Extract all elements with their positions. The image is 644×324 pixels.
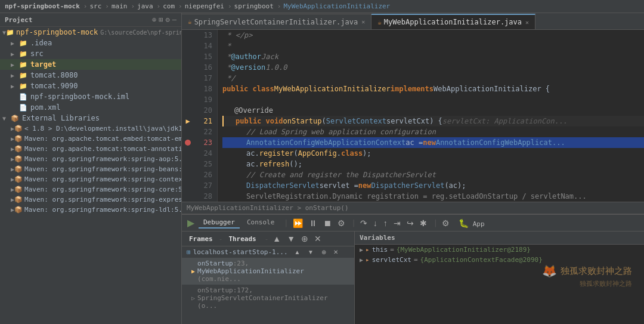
sc-icon: 📦 (14, 175, 23, 183)
idea-label: .idea (30, 39, 52, 47)
frames-tab-threads[interactable]: Threads (225, 234, 259, 244)
debug-tab-debugger[interactable]: Debugger (199, 217, 240, 229)
sidebar-header: Project ⊕ ⊞ ⚙ — (0, 13, 181, 27)
tree-item-tomcat-ann[interactable]: ▶ 📦 Maven: org.apache.tomcat:tomcat-anno… (0, 144, 181, 154)
tree-item-spring-ctx[interactable]: ▶ 📦 Maven: org.springframework:spring-co… (0, 174, 181, 184)
code-line-18: public class MyWebApplicationInitializer… (222, 84, 644, 94)
debug-btn-pause[interactable]: ⏸ (307, 218, 319, 229)
breakpoint-23[interactable] (185, 140, 191, 146)
tomcat9090-label: tomcat.9090 (30, 82, 78, 90)
frames-btn-down[interactable]: ▼ (285, 233, 297, 244)
var-sc-arrow[interactable]: ▶ (360, 257, 363, 263)
debug-btn-resume[interactable]: ⏩ (291, 218, 305, 229)
debug-btn-stop[interactable]: ⏹ (321, 218, 333, 229)
tree-item-idea[interactable]: ▶ 📁 .idea (0, 38, 181, 48)
tree-item-tomcat-embed[interactable]: ▶ 📦 Maven: org.apache.tomcat.embed:tomca… (0, 134, 181, 144)
frame-item-2[interactable]: ▷ onStartup:172, SpringServletContainerI… (182, 285, 354, 311)
editor-breadcrumb: MyWebApplicationInitializer > onStartup(… (187, 204, 349, 212)
ln-26: 26 (194, 169, 212, 180)
frame-text-1: onStartup:23, MyWebApplicationInitialize… (197, 260, 349, 283)
tree-item-spring-beans[interactable]: ▶ 📦 Maven: org.springframework:spring-be… (0, 164, 181, 174)
jdk-icon: 📦 (14, 125, 23, 132)
tab1-icon: ☕ (188, 18, 192, 26)
code-lines[interactable]: * </p> * * @author Jack * @version 1.0.0 (218, 30, 644, 202)
sidebar-icon-1[interactable]: ⊕ (152, 16, 156, 24)
sidebar: Project ⊕ ⊞ ⚙ — ▼ 📁 npf-springboot-mock … (0, 13, 182, 324)
thread-btn-copy2[interactable]: ⊕ (320, 248, 328, 256)
tree-item-pom[interactable]: ▶ 📄 pom.xml (0, 102, 181, 113)
debug-btn-view[interactable]: ⚙ (336, 218, 347, 229)
sep2: › (105, 2, 109, 10)
var-this-arrow[interactable]: ▶ (360, 246, 363, 253)
tree-item-tomcat9090[interactable]: ▶ 📁 tomcat.9090 (0, 81, 181, 91)
var-this-val: {MyWebApplicationInitializer@2189} (397, 246, 531, 254)
tree-item-spring-core[interactable]: ▶ 📦 Maven: org.springframework:spring-co… (0, 184, 181, 195)
tab1-close[interactable]: ✕ (361, 18, 365, 25)
gutter-24 (182, 148, 194, 159)
sidebar-icon-4[interactable]: — (172, 16, 177, 24)
debug-btn-step-into[interactable]: ↓ (371, 218, 379, 229)
frames-btn-up[interactable]: ▲ (271, 233, 283, 244)
ln-21: 21 (194, 116, 212, 126)
tree-item-tomcat8080[interactable]: ▶ 📁 tomcat.8080 (0, 70, 181, 81)
ln-27: 27 (194, 180, 212, 191)
gutter-27 (182, 180, 194, 191)
thread-btn-x2[interactable]: ✕ (332, 248, 340, 256)
tree-item-project[interactable]: ▼ 📁 npf-springboot-mock G:\sourceCode\np… (0, 27, 181, 38)
tab2-close[interactable]: ✕ (525, 19, 529, 26)
debug-tab-console[interactable]: Console (242, 217, 279, 229)
ln-16: 16 (194, 62, 212, 73)
tree-item-ext-libs[interactable]: ▼ 📦 External Libraries (0, 113, 181, 124)
thread-btn-up2[interactable]: ▲ (293, 248, 302, 256)
tab1-label: SpringServletContainerInitializer.java (194, 18, 358, 26)
tree-item-iml[interactable]: ▶ 📄 npf-springboot-mock.iml (0, 91, 181, 102)
gutter-16 (182, 62, 194, 73)
ln-24: 24 (194, 148, 212, 159)
ln-22: 22 (194, 126, 212, 137)
thread-btn-down2[interactable]: ▼ (306, 248, 315, 256)
tree-item-jdk[interactable]: ▶ 📦 < 1.8 > D:\development.install\java\… (0, 124, 181, 134)
project-name: npf-springboot-mock (5, 2, 80, 10)
debug-btn-settings[interactable]: ⚙ (440, 218, 451, 229)
debug-btn-run-cursor[interactable]: ↪ (405, 218, 416, 229)
frames-btn-filter[interactable]: ✕ (312, 233, 323, 244)
line-numbers: 13 14 15 16 17 18 19 20 21 22 23 24 25 2… (194, 30, 218, 202)
frames-tab-frames[interactable]: Frames (185, 234, 216, 244)
arrow-ext: ▼ (2, 115, 11, 122)
debug-btn-eval[interactable]: ✱ (418, 218, 429, 229)
sldl-label: Maven: org.springframework:spring-ldl:5.… (24, 206, 182, 214)
gutter-28 (182, 191, 194, 202)
frame-icon-1: ▶ (191, 268, 195, 274)
variables-header: Variables (355, 232, 644, 245)
bc-src: src (89, 2, 101, 10)
bc-main: main (112, 2, 128, 10)
tree-item-target[interactable]: ▶ 📁 target (0, 59, 181, 70)
frame-icon-2: ▷ (191, 295, 195, 301)
editor-status-bar: MyWebApplicationInitializer > onStartup(… (182, 202, 644, 214)
debug-btn-force-step[interactable]: ⇥ (392, 218, 402, 229)
sep4: › (157, 2, 161, 10)
var-this[interactable]: ▶ ▸ this = {MyWebApplicationInitializer@… (355, 245, 644, 255)
target-label: target (30, 60, 56, 69)
frame-item-1[interactable]: ▶ onStartup:23, MyWebApplicationInitiali… (182, 258, 354, 285)
sidebar-icon-2[interactable]: ⊞ (159, 16, 163, 24)
tree-item-spring-aop[interactable]: ▶ 📦 Maven: org.springframework:spring-ao… (0, 154, 181, 164)
tree-item-src[interactable]: ▶ 📁 src (0, 48, 181, 59)
gutter: ▶ (182, 30, 194, 202)
frames-btn-copy[interactable]: ⊕ (299, 233, 310, 244)
tab-MyWebApp[interactable]: ☕ MyWebApplicationInitializer.java ✕ (371, 14, 535, 29)
tree-item-spring-expr[interactable]: ▶ 📦 Maven: org.springframework:spring-ex… (0, 195, 181, 205)
debug-play-btn[interactable]: ▶ (185, 217, 196, 229)
tree-item-spring-ldl[interactable]: ▶ 📦 Maven: org.springframework:spring-ld… (0, 205, 181, 215)
var-servletcxt[interactable]: ▶ ▸ servletCxt = {ApplicationContextFaca… (355, 255, 644, 265)
sidebar-icon-3[interactable]: ⚙ (166, 16, 170, 24)
debug-btn-step-out[interactable]: ↑ (382, 218, 389, 229)
score-label: Maven: org.springframework:spring-core:5… (24, 186, 182, 193)
debug-btn-step-over[interactable]: ↷ (358, 218, 369, 229)
tomcat9090-icon: 📁 (19, 82, 29, 90)
thread-item[interactable]: ⊞ localhost-startStop-1... ▲ ▼ ⊕ ✕ (182, 246, 354, 258)
top-bar: npf-springboot-mock › src › main › java … (0, 0, 644, 13)
tab-SpringServlet[interactable]: ☕ SpringServletContainerInitializer.java… (182, 14, 371, 29)
ln-23: 23 (194, 137, 212, 148)
iml-label: npf-springboot-mock.iml (30, 92, 129, 101)
